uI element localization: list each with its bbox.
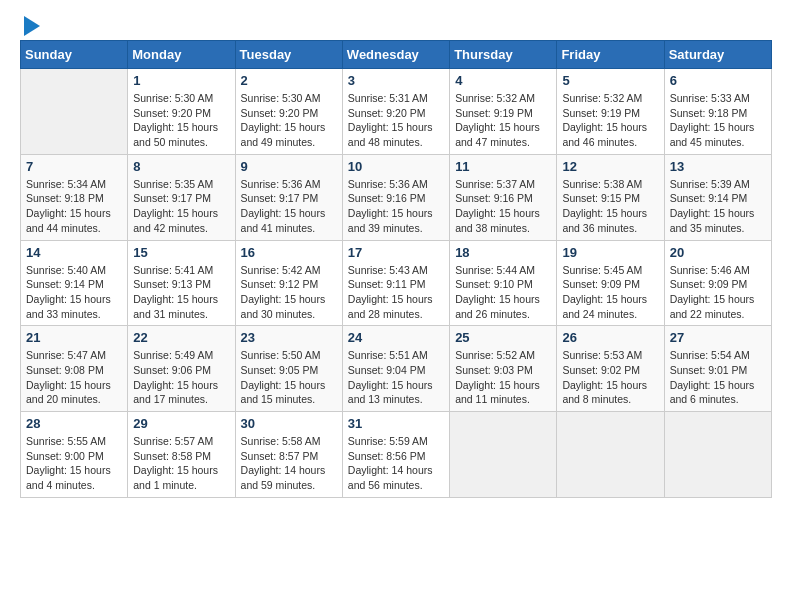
day-info: Sunrise: 5:45 AM Sunset: 9:09 PM Dayligh…: [562, 263, 658, 322]
calendar-cell: 22Sunrise: 5:49 AM Sunset: 9:06 PM Dayli…: [128, 326, 235, 412]
day-info: Sunrise: 5:57 AM Sunset: 8:58 PM Dayligh…: [133, 434, 229, 493]
day-info: Sunrise: 5:36 AM Sunset: 9:17 PM Dayligh…: [241, 177, 337, 236]
calendar-table: SundayMondayTuesdayWednesdayThursdayFrid…: [20, 40, 772, 498]
day-info: Sunrise: 5:42 AM Sunset: 9:12 PM Dayligh…: [241, 263, 337, 322]
day-number: 23: [241, 330, 337, 345]
calendar-cell: 19Sunrise: 5:45 AM Sunset: 9:09 PM Dayli…: [557, 240, 664, 326]
day-number: 15: [133, 245, 229, 260]
day-info: Sunrise: 5:38 AM Sunset: 9:15 PM Dayligh…: [562, 177, 658, 236]
day-info: Sunrise: 5:35 AM Sunset: 9:17 PM Dayligh…: [133, 177, 229, 236]
calendar-cell: 26Sunrise: 5:53 AM Sunset: 9:02 PM Dayli…: [557, 326, 664, 412]
day-number: 26: [562, 330, 658, 345]
day-number: 5: [562, 73, 658, 88]
page-header: [20, 20, 772, 32]
calendar-cell: 13Sunrise: 5:39 AM Sunset: 9:14 PM Dayli…: [664, 154, 771, 240]
calendar-cell: 23Sunrise: 5:50 AM Sunset: 9:05 PM Dayli…: [235, 326, 342, 412]
calendar-cell: 21Sunrise: 5:47 AM Sunset: 9:08 PM Dayli…: [21, 326, 128, 412]
day-info: Sunrise: 5:51 AM Sunset: 9:04 PM Dayligh…: [348, 348, 444, 407]
calendar-cell: 27Sunrise: 5:54 AM Sunset: 9:01 PM Dayli…: [664, 326, 771, 412]
day-number: 7: [26, 159, 122, 174]
day-number: 13: [670, 159, 766, 174]
day-info: Sunrise: 5:33 AM Sunset: 9:18 PM Dayligh…: [670, 91, 766, 150]
calendar-cell: 17Sunrise: 5:43 AM Sunset: 9:11 PM Dayli…: [342, 240, 449, 326]
day-info: Sunrise: 5:55 AM Sunset: 9:00 PM Dayligh…: [26, 434, 122, 493]
day-number: 19: [562, 245, 658, 260]
calendar-cell: 7Sunrise: 5:34 AM Sunset: 9:18 PM Daylig…: [21, 154, 128, 240]
calendar-cell: 14Sunrise: 5:40 AM Sunset: 9:14 PM Dayli…: [21, 240, 128, 326]
col-header-sunday: Sunday: [21, 41, 128, 69]
day-info: Sunrise: 5:58 AM Sunset: 8:57 PM Dayligh…: [241, 434, 337, 493]
day-info: Sunrise: 5:40 AM Sunset: 9:14 PM Dayligh…: [26, 263, 122, 322]
day-number: 31: [348, 416, 444, 431]
day-number: 30: [241, 416, 337, 431]
col-header-tuesday: Tuesday: [235, 41, 342, 69]
day-number: 8: [133, 159, 229, 174]
day-info: Sunrise: 5:49 AM Sunset: 9:06 PM Dayligh…: [133, 348, 229, 407]
day-info: Sunrise: 5:30 AM Sunset: 9:20 PM Dayligh…: [241, 91, 337, 150]
day-info: Sunrise: 5:47 AM Sunset: 9:08 PM Dayligh…: [26, 348, 122, 407]
day-number: 29: [133, 416, 229, 431]
calendar-cell: [450, 412, 557, 498]
logo: [20, 20, 40, 32]
calendar-cell: 4Sunrise: 5:32 AM Sunset: 9:19 PM Daylig…: [450, 69, 557, 155]
day-number: 10: [348, 159, 444, 174]
day-info: Sunrise: 5:50 AM Sunset: 9:05 PM Dayligh…: [241, 348, 337, 407]
day-number: 2: [241, 73, 337, 88]
calendar-cell: 10Sunrise: 5:36 AM Sunset: 9:16 PM Dayli…: [342, 154, 449, 240]
calendar-cell: 2Sunrise: 5:30 AM Sunset: 9:20 PM Daylig…: [235, 69, 342, 155]
day-number: 24: [348, 330, 444, 345]
calendar-cell: 18Sunrise: 5:44 AM Sunset: 9:10 PM Dayli…: [450, 240, 557, 326]
day-number: 25: [455, 330, 551, 345]
day-number: 6: [670, 73, 766, 88]
day-info: Sunrise: 5:30 AM Sunset: 9:20 PM Dayligh…: [133, 91, 229, 150]
col-header-wednesday: Wednesday: [342, 41, 449, 69]
day-number: 21: [26, 330, 122, 345]
calendar-cell: 24Sunrise: 5:51 AM Sunset: 9:04 PM Dayli…: [342, 326, 449, 412]
day-info: Sunrise: 5:34 AM Sunset: 9:18 PM Dayligh…: [26, 177, 122, 236]
day-number: 14: [26, 245, 122, 260]
col-header-friday: Friday: [557, 41, 664, 69]
day-info: Sunrise: 5:53 AM Sunset: 9:02 PM Dayligh…: [562, 348, 658, 407]
day-number: 20: [670, 245, 766, 260]
day-number: 18: [455, 245, 551, 260]
calendar-cell: [21, 69, 128, 155]
calendar-cell: 12Sunrise: 5:38 AM Sunset: 9:15 PM Dayli…: [557, 154, 664, 240]
day-number: 28: [26, 416, 122, 431]
day-number: 11: [455, 159, 551, 174]
calendar-cell: 5Sunrise: 5:32 AM Sunset: 9:19 PM Daylig…: [557, 69, 664, 155]
day-number: 3: [348, 73, 444, 88]
day-number: 17: [348, 245, 444, 260]
day-number: 22: [133, 330, 229, 345]
day-info: Sunrise: 5:31 AM Sunset: 9:20 PM Dayligh…: [348, 91, 444, 150]
day-info: Sunrise: 5:32 AM Sunset: 9:19 PM Dayligh…: [455, 91, 551, 150]
calendar-cell: 29Sunrise: 5:57 AM Sunset: 8:58 PM Dayli…: [128, 412, 235, 498]
calendar-cell: 11Sunrise: 5:37 AM Sunset: 9:16 PM Dayli…: [450, 154, 557, 240]
calendar-cell: 15Sunrise: 5:41 AM Sunset: 9:13 PM Dayli…: [128, 240, 235, 326]
calendar-cell: [557, 412, 664, 498]
calendar-cell: 20Sunrise: 5:46 AM Sunset: 9:09 PM Dayli…: [664, 240, 771, 326]
day-number: 16: [241, 245, 337, 260]
day-info: Sunrise: 5:44 AM Sunset: 9:10 PM Dayligh…: [455, 263, 551, 322]
day-number: 12: [562, 159, 658, 174]
day-number: 4: [455, 73, 551, 88]
day-info: Sunrise: 5:52 AM Sunset: 9:03 PM Dayligh…: [455, 348, 551, 407]
calendar-cell: 16Sunrise: 5:42 AM Sunset: 9:12 PM Dayli…: [235, 240, 342, 326]
calendar-cell: 25Sunrise: 5:52 AM Sunset: 9:03 PM Dayli…: [450, 326, 557, 412]
calendar-cell: 30Sunrise: 5:58 AM Sunset: 8:57 PM Dayli…: [235, 412, 342, 498]
day-info: Sunrise: 5:36 AM Sunset: 9:16 PM Dayligh…: [348, 177, 444, 236]
calendar-cell: 3Sunrise: 5:31 AM Sunset: 9:20 PM Daylig…: [342, 69, 449, 155]
calendar-cell: 6Sunrise: 5:33 AM Sunset: 9:18 PM Daylig…: [664, 69, 771, 155]
day-info: Sunrise: 5:59 AM Sunset: 8:56 PM Dayligh…: [348, 434, 444, 493]
col-header-saturday: Saturday: [664, 41, 771, 69]
day-info: Sunrise: 5:54 AM Sunset: 9:01 PM Dayligh…: [670, 348, 766, 407]
day-info: Sunrise: 5:43 AM Sunset: 9:11 PM Dayligh…: [348, 263, 444, 322]
logo-arrow-icon: [24, 16, 40, 36]
day-number: 1: [133, 73, 229, 88]
col-header-thursday: Thursday: [450, 41, 557, 69]
day-number: 27: [670, 330, 766, 345]
calendar-cell: 28Sunrise: 5:55 AM Sunset: 9:00 PM Dayli…: [21, 412, 128, 498]
calendar-cell: 9Sunrise: 5:36 AM Sunset: 9:17 PM Daylig…: [235, 154, 342, 240]
day-info: Sunrise: 5:32 AM Sunset: 9:19 PM Dayligh…: [562, 91, 658, 150]
calendar-cell: 31Sunrise: 5:59 AM Sunset: 8:56 PM Dayli…: [342, 412, 449, 498]
day-info: Sunrise: 5:41 AM Sunset: 9:13 PM Dayligh…: [133, 263, 229, 322]
